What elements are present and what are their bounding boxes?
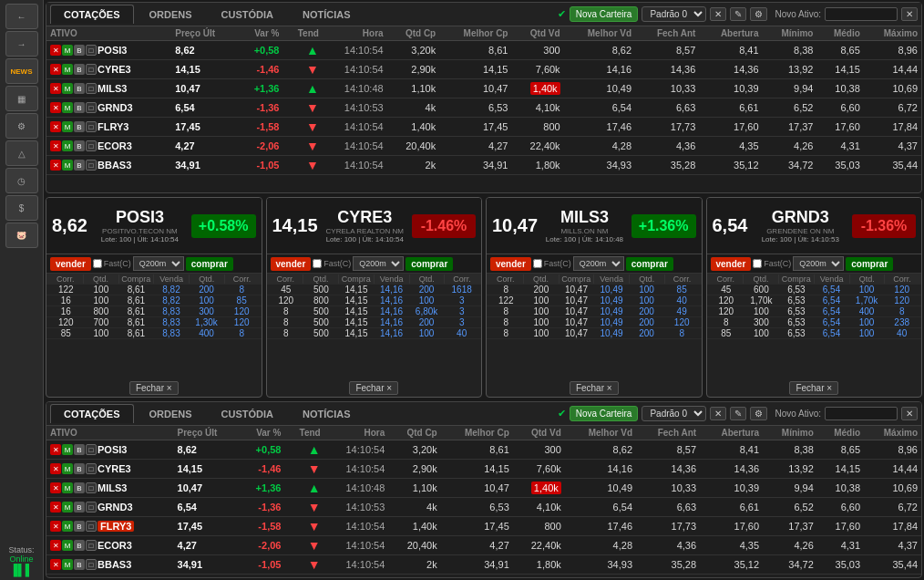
tab-custodia-bottom[interactable]: CUSTÓDIA [208,404,287,423]
table-row[interactable]: ✕ M B □ FLRY3 17,45 -1,58 ▼ 14:10:54 1,4… [46,517,921,536]
news-btn[interactable]: NEWS [5,58,38,84]
table-row[interactable]: ✕ M B □ MILS3 10,47 +1,36 ▲ 14:10:48 1,1… [46,79,921,98]
table-row[interactable]: ✕ M B □ BBAS3 34,91 -1,05 ▼ 14:10:54 2k … [46,555,921,575]
m-icon[interactable]: M [62,121,73,132]
novo-ativo-input-bottom[interactable] [825,407,898,420]
vender-btn[interactable]: vender [711,257,752,271]
vender-btn[interactable]: vender [50,257,91,271]
remove-icon[interactable]: ✕ [50,45,61,56]
comprar-btn[interactable]: comprar [846,257,893,271]
m-icon[interactable]: M [62,463,73,474]
tab-custodia-top[interactable]: CUSTÓDIA [208,5,287,24]
sq-icon[interactable]: □ [86,83,97,94]
remove-icon[interactable]: ✕ [50,160,61,171]
sq-icon[interactable]: □ [86,540,97,551]
fechar-btn[interactable]: Fechar × [129,381,179,395]
zoom-select[interactable]: Q200m [353,256,404,271]
vender-btn[interactable]: vender [490,257,531,271]
novo-ativo-input-top[interactable] [825,7,898,21]
m-icon[interactable]: M [62,521,73,532]
clock-btn[interactable]: ◷ [5,168,38,193]
b-icon[interactable]: B [74,482,85,493]
settings-btn[interactable]: ⚙ [5,113,38,139]
table-row[interactable]: ✕ M B □ GRND3 6,54 -1,36 ▼ 14:10:53 4k 6… [46,498,921,517]
b-icon[interactable]: B [74,540,85,551]
edit-btn-bottom[interactable]: ✎ [730,407,746,420]
m-icon[interactable]: M [62,140,73,151]
remove-icon[interactable]: ✕ [50,482,61,493]
tab-noticias-top[interactable]: NOTÍCIAS [289,5,364,24]
sq-icon[interactable]: □ [86,121,97,132]
remove-icon[interactable]: ✕ [50,540,61,551]
sq-icon[interactable]: □ [86,102,97,113]
zoom-select[interactable]: Q200m [793,256,844,271]
remove-icon[interactable]: ✕ [50,463,61,474]
sq-icon[interactable]: □ [86,64,97,75]
table-row[interactable]: ✕ M B □ POSI3 8,62 +0,58 ▲ 14:10:54 3,20… [46,41,921,60]
sq-icon[interactable]: □ [86,160,97,171]
fast-checkbox[interactable] [753,259,762,268]
vender-btn[interactable]: vender [271,257,312,271]
table-row[interactable]: ✕ M B □ CYRE3 14,15 -1,46 ▼ 14:10:54 2,9… [46,460,921,479]
config-btn-top[interactable]: ⚙ [750,7,767,21]
table-row[interactable]: ✕ M B □ GRND3 6,54 -1,36 ▼ 14:10:53 4k 6… [46,98,921,118]
m-icon[interactable]: M [62,64,73,75]
remove-icon[interactable]: ✕ [50,559,61,570]
comprar-btn[interactable]: comprar [406,257,453,271]
remove-icon[interactable]: ✕ [50,521,61,532]
zoom-select[interactable]: Q200m [573,256,624,271]
sq-icon[interactable]: □ [86,521,97,532]
fast-checkbox[interactable] [313,259,322,268]
sq-icon[interactable]: □ [86,559,97,570]
b-icon[interactable]: B [74,160,85,171]
b-icon[interactable]: B [74,83,85,94]
b-icon[interactable]: B [74,521,85,532]
b-icon[interactable]: B [74,502,85,513]
fechar-btn[interactable]: Fechar × [349,381,398,395]
b-icon[interactable]: B [74,140,85,151]
close-padrao-btn-top[interactable]: ✕ [710,7,726,21]
b-icon[interactable]: B [74,463,85,474]
table-row[interactable]: ✕ M B □ BBAS3 34,91 -1,05 ▼ 14:10:54 2k … [46,156,921,175]
triangle-btn[interactable]: △ [5,140,38,166]
sq-icon[interactable]: □ [86,482,97,493]
m-icon[interactable]: M [62,559,73,570]
table-row[interactable]: ✕ M B □ MILS3 10,47 +1,36 ▲ 14:10:48 1,1… [46,479,921,498]
b-icon[interactable]: B [74,559,85,570]
b-icon[interactable]: B [74,64,85,75]
fast-checkbox[interactable] [93,259,102,268]
tab-ordens-bottom[interactable]: ORDENS [136,404,206,423]
dollar-btn[interactable]: $ [5,195,38,221]
b-icon[interactable]: B [74,45,85,56]
padrao-select-top[interactable]: Padrão 0 [642,6,706,22]
table-row[interactable]: ✕ M B □ ECOR3 4,27 -2,06 ▼ 14:10:54 20,4… [46,536,921,555]
remove-icon[interactable]: ✕ [50,502,61,513]
fechar-btn[interactable]: Fechar × [789,381,838,395]
m-icon[interactable]: M [62,83,73,94]
arrow-right-btn[interactable]: → [5,31,38,57]
comprar-btn[interactable]: comprar [186,257,233,271]
m-icon[interactable]: M [62,102,73,113]
remove-icon[interactable]: ✕ [50,121,61,132]
remove-icon[interactable]: ✕ [50,444,61,455]
m-icon[interactable]: M [62,540,73,551]
nova-carteira-btn-bottom[interactable]: Nova Carteira [570,406,639,421]
b-icon[interactable]: B [74,444,85,455]
close-padrao-btn-bottom[interactable]: ✕ [710,407,726,420]
comprar-btn[interactable]: comprar [626,257,673,271]
table-row[interactable]: ✕ M B □ ECOR3 4,27 -2,06 ▼ 14:10:54 20,4… [46,137,921,156]
sq-icon[interactable]: □ [86,444,97,455]
remove-icon[interactable]: ✕ [50,64,61,75]
m-icon[interactable]: M [62,502,73,513]
table-row[interactable]: ✕ M B □ POSI3 8,62 +0,58 ▲ 14:10:54 3,20… [46,440,921,460]
tab-noticias-bottom[interactable]: NOTÍCIAS [289,404,364,423]
sq-icon[interactable]: □ [86,502,97,513]
close-panel-btn-top[interactable]: ✕ [901,7,918,21]
piggy-btn[interactable]: 🐷 [5,223,38,248]
arrow-left-btn[interactable]: ← [5,4,38,29]
sq-icon[interactable]: □ [86,140,97,151]
chart-btn[interactable]: ▦ [5,86,38,111]
zoom-select[interactable]: Q200m [133,256,184,271]
padrao-select-bottom[interactable]: Padrão 0 [642,406,706,421]
remove-icon[interactable]: ✕ [50,102,61,113]
